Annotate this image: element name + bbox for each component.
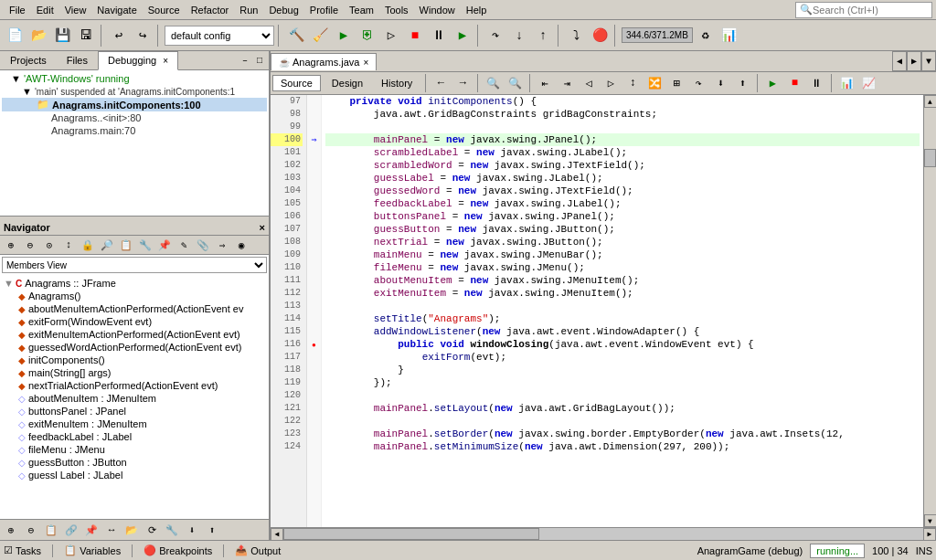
src-btn-forward[interactable]: → <box>453 74 472 92</box>
src-btn-zoom-in[interactable]: 🔍 <box>484 74 502 92</box>
config-select[interactable]: default config <box>165 26 274 46</box>
scroll-left-button[interactable]: ◀ <box>271 528 283 541</box>
nav-class-node[interactable]: ▼ C Anagrams :: JFrame <box>2 277 267 290</box>
nav-btn-5[interactable]: 🔒 <box>79 237 97 253</box>
src-btn-back[interactable]: ← <box>431 74 450 92</box>
nav-item-main[interactable]: ◆ main(String[] args) <box>2 366 267 379</box>
tab-projects[interactable]: Projects <box>0 51 57 69</box>
gc-button[interactable]: ♻ <box>695 25 717 47</box>
editor-scroll-left[interactable]: ◀ <box>892 51 907 71</box>
nav-btn-3[interactable]: ⊙ <box>40 237 58 253</box>
menu-view[interactable]: View <box>59 3 92 17</box>
h-scroll-thumb[interactable] <box>283 528 539 540</box>
src-btn-run[interactable]: ▶ <box>763 74 782 92</box>
src-btn-7[interactable]: ⊞ <box>667 74 686 92</box>
tab-debugging[interactable]: Debugging × <box>98 51 178 70</box>
src-tab-source[interactable]: Source <box>272 75 321 91</box>
status-tab-output[interactable]: 📤 Output <box>235 544 281 557</box>
src-btn-pause[interactable]: ⏸ <box>807 74 825 92</box>
src-btn-4[interactable]: ▷ <box>601 74 620 92</box>
nav-btn-13[interactable]: ◉ <box>232 237 250 253</box>
lb-btn-11[interactable]: ⬆ <box>203 522 221 538</box>
menu-window[interactable]: Window <box>414 3 461 17</box>
members-view-select[interactable]: Members View <box>2 257 267 273</box>
nav-item-constructor[interactable]: ◆ Anagrams() <box>2 290 267 302</box>
horizontal-scrollbar[interactable]: ◀ ▶ <box>271 527 936 540</box>
minimize-left-button[interactable]: – <box>238 53 252 68</box>
tab-files[interactable]: Files <box>57 51 98 69</box>
vertical-scrollbar[interactable]: ▲ ▼ <box>923 95 936 527</box>
nav-item-nexttrial[interactable]: ◆ nextTrialActionPerformed(ActionEvent e… <box>2 379 267 392</box>
menu-tools[interactable]: Tools <box>379 3 414 17</box>
src-btn-step-in[interactable]: ⬇ <box>711 74 729 92</box>
undo-button[interactable]: ↩ <box>108 25 130 47</box>
menu-help[interactable]: Help <box>461 3 493 17</box>
nav-btn-6[interactable]: 🔎 <box>98 237 116 253</box>
nav-btn-2[interactable]: ⊖ <box>21 237 39 253</box>
src-btn-6[interactable]: 🔀 <box>645 74 664 92</box>
tree-item-init80[interactable]: Anagrams..<init>:80 <box>2 111 267 124</box>
tree-item-awt[interactable]: ▼ 'AWT-Windows' running <box>2 72 267 85</box>
tab-debugging-close[interactable]: × <box>163 56 168 66</box>
editor-tab-anagrams[interactable]: ☕ Anagrams.java × <box>271 53 377 70</box>
src-btn-stop[interactable]: ■ <box>785 74 803 92</box>
toggle-bp-button[interactable]: 🔴 <box>589 25 611 47</box>
src-btn-5[interactable]: ↕ <box>623 74 642 92</box>
tree-item-init100[interactable]: 📁 Anagrams.initComponents:100 <box>2 98 267 111</box>
navigator-close-button[interactable]: × <box>260 222 265 233</box>
code-content[interactable]: private void initComponents() { java.awt… <box>322 95 923 527</box>
status-tab-variables[interactable]: 📋 Variables <box>64 544 121 557</box>
scroll-down-button[interactable]: ▼ <box>924 514 937 527</box>
profile-snap-button[interactable]: 📊 <box>718 25 740 47</box>
tree-item-main70[interactable]: Anagrams.main:70 <box>2 124 267 137</box>
nav-btn-11[interactable]: 📎 <box>194 237 212 253</box>
menu-profile[interactable]: Profile <box>304 3 344 17</box>
src-btn-graph2[interactable]: 📈 <box>859 74 878 92</box>
redo-button[interactable]: ↪ <box>132 25 154 47</box>
profile-button[interactable]: ▷ <box>380 25 402 47</box>
continue-button[interactable]: ▶ <box>452 25 473 47</box>
nav-item-feedbacklabel[interactable]: ◇ feedbackLabel : JLabel <box>2 430 267 443</box>
menu-team[interactable]: Team <box>344 3 379 17</box>
debug-button[interactable]: ⛨ <box>356 25 378 47</box>
step-over-button[interactable]: ↷ <box>484 25 506 47</box>
src-tab-history[interactable]: History <box>374 76 420 90</box>
menu-edit[interactable]: Edit <box>31 3 59 17</box>
nav-item-initcomponents[interactable]: ◆ initComponents() <box>2 354 267 366</box>
nav-item-filemenu[interactable]: ◇ fileMenu : JMenu <box>2 443 267 456</box>
status-tab-breakpoints[interactable]: 🔴 Breakpoints <box>144 544 212 557</box>
clean-button[interactable]: 🧹 <box>309 25 331 47</box>
pause-button[interactable]: ⏸ <box>428 25 450 47</box>
src-btn-2[interactable]: ⇥ <box>558 74 576 92</box>
status-tab-tasks[interactable]: ☑ Tasks <box>4 544 41 557</box>
nav-btn-10[interactable]: ✎ <box>175 237 193 253</box>
new-project-button[interactable]: 📄 <box>4 25 26 47</box>
src-tab-design[interactable]: Design <box>324 76 370 90</box>
apply-code-button[interactable]: ⤵ <box>565 25 587 47</box>
nav-btn-1[interactable]: ⊕ <box>2 237 20 253</box>
scroll-up-button[interactable]: ▲ <box>924 95 937 108</box>
tree-item-main[interactable]: ▼ 'main' suspended at 'Anagrams.initComp… <box>2 85 267 98</box>
src-btn-1[interactable]: ⇤ <box>536 74 554 92</box>
menu-file[interactable]: File <box>4 3 31 17</box>
src-btn-zoom-out[interactable]: 🔍 <box>505 74 524 92</box>
run-button[interactable]: ▶ <box>333 25 355 47</box>
nav-item-exitform[interactable]: ◆ exitForm(WindowEvent evt) <box>2 315 267 328</box>
nav-btn-9[interactable]: 📌 <box>155 237 174 253</box>
nav-item-buttonspanel[interactable]: ◇ buttonsPanel : JPanel <box>2 405 267 417</box>
src-btn-step-out[interactable]: ⬆ <box>733 74 751 92</box>
nav-item-exitmenuitem[interactable]: ◇ exitMenuItem : JMenuItem <box>2 417 267 430</box>
menu-run[interactable]: Run <box>234 3 263 17</box>
menu-navigate[interactable]: Navigate <box>91 3 142 17</box>
src-btn-graph[interactable]: 📊 <box>837 74 856 92</box>
scroll-thumb[interactable] <box>924 149 936 167</box>
lb-btn-10[interactable]: ⬇ <box>183 522 201 538</box>
nav-item-guessbutton[interactable]: ◇ guessButton : JButton <box>2 456 267 469</box>
lb-btn-9[interactable]: 🔧 <box>163 522 181 538</box>
menu-source[interactable]: Source <box>143 3 186 17</box>
save-button[interactable]: 💾 <box>51 25 73 47</box>
step-into-button[interactable]: ↓ <box>508 25 530 47</box>
menu-debug[interactable]: Debug <box>263 3 303 17</box>
nav-item-about[interactable]: ◆ aboutMenuItemActionPerformed(ActionEve… <box>2 302 267 315</box>
save-all-button[interactable]: 🖫 <box>75 25 97 47</box>
